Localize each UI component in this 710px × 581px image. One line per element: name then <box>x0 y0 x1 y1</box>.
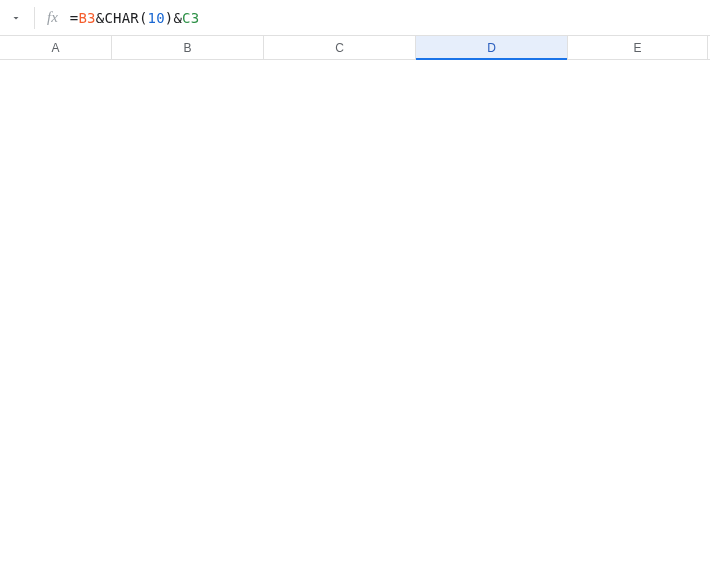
formula-input[interactable]: =B3&CHAR(10)&C3 <box>70 10 200 26</box>
name-box-dropdown[interactable] <box>6 12 26 24</box>
column-headers: A B C D E <box>0 36 710 60</box>
chevron-down-icon <box>10 12 22 24</box>
formula-amp2: & <box>173 10 182 26</box>
formula-open-paren: ( <box>139 10 148 26</box>
formula-bar: fx =B3&CHAR(10)&C3 <box>0 0 710 36</box>
col-header-e[interactable]: E <box>568 36 708 59</box>
divider <box>34 7 35 29</box>
spreadsheet: A B C D E 都道府県 市区町村 結合 東京都千代田区東京都 千代田区東京… <box>0 36 710 92</box>
fx-label: fx <box>43 9 62 26</box>
grid[interactable]: 都道府県 市区町村 結合 東京都千代田区東京都 千代田区東京都練馬区東京都 練馬… <box>0 60 710 92</box>
col-header-d[interactable]: D <box>416 36 568 59</box>
formula-ref-c3: C3 <box>182 10 199 26</box>
col-header-a[interactable]: A <box>0 36 112 59</box>
col-header-b[interactable]: B <box>112 36 264 59</box>
formula-ref-b3: B3 <box>78 10 95 26</box>
col-header-c[interactable]: C <box>264 36 416 59</box>
formula-num: 10 <box>148 10 165 26</box>
formula-fn: CHAR <box>104 10 139 26</box>
